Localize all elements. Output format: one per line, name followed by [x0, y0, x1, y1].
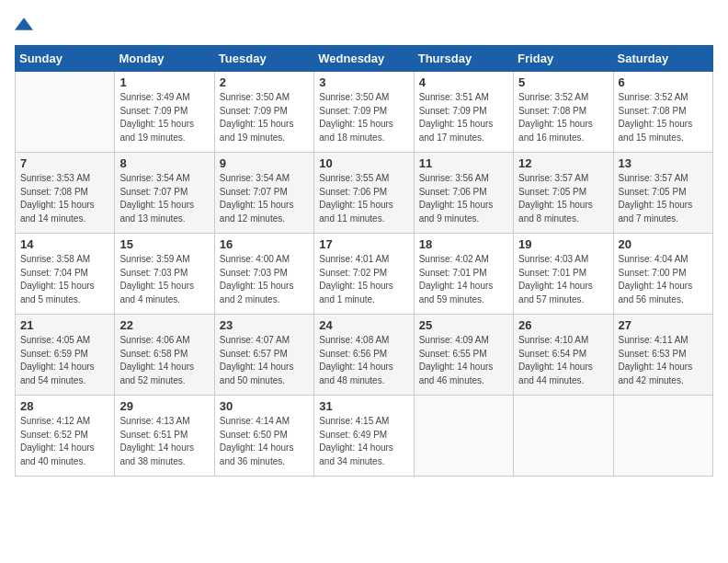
day-number: 27 — [619, 318, 708, 332]
day-info: Sunrise: 4:09 AMSunset: 6:55 PMDaylight:… — [419, 334, 508, 387]
weekday-header: Saturday — [613, 46, 712, 72]
day-number: 11 — [419, 156, 508, 170]
calendar-cell: 13Sunrise: 3:57 AMSunset: 7:05 PMDayligh… — [613, 153, 712, 234]
calendar-cell: 23Sunrise: 4:07 AMSunset: 6:57 PMDayligh… — [214, 315, 313, 396]
calendar-cell: 18Sunrise: 4:02 AMSunset: 7:01 PMDayligh… — [414, 234, 513, 315]
day-number: 26 — [518, 318, 608, 332]
day-info: Sunrise: 4:10 AMSunset: 6:54 PMDaylight:… — [518, 334, 608, 387]
day-info: Sunrise: 3:54 AMSunset: 7:07 PMDaylight:… — [220, 172, 309, 225]
calendar-table: SundayMondayTuesdayWednesdayThursdayFrid… — [15, 45, 713, 477]
calendar-cell: 8Sunrise: 3:54 AMSunset: 7:07 PMDaylight… — [115, 153, 214, 234]
day-info: Sunrise: 3:51 AMSunset: 7:09 PMDaylight:… — [419, 91, 508, 144]
page-header — [15, 15, 713, 38]
day-info: Sunrise: 3:59 AMSunset: 7:03 PMDaylight:… — [119, 253, 209, 306]
weekday-header: Tuesday — [214, 46, 313, 72]
day-info: Sunrise: 4:02 AMSunset: 7:01 PMDaylight:… — [419, 253, 508, 306]
day-info: Sunrise: 3:49 AMSunset: 7:09 PMDaylight:… — [119, 91, 209, 144]
day-info: Sunrise: 3:56 AMSunset: 7:06 PMDaylight:… — [419, 172, 508, 225]
calendar-cell: 27Sunrise: 4:11 AMSunset: 6:53 PMDayligh… — [613, 315, 712, 396]
calendar-cell: 15Sunrise: 3:59 AMSunset: 7:03 PMDayligh… — [115, 234, 214, 315]
day-number: 21 — [20, 318, 109, 332]
day-number: 9 — [220, 156, 309, 170]
day-number: 7 — [20, 156, 109, 170]
calendar-cell: 7Sunrise: 3:53 AMSunset: 7:08 PMDaylight… — [16, 153, 115, 234]
day-number: 14 — [20, 237, 109, 251]
day-info: Sunrise: 3:57 AMSunset: 7:05 PMDaylight:… — [619, 172, 708, 225]
day-number: 20 — [619, 237, 708, 251]
calendar-cell — [613, 396, 712, 477]
calendar-cell — [514, 396, 613, 477]
calendar-week-row: 7Sunrise: 3:53 AMSunset: 7:08 PMDaylight… — [16, 153, 713, 234]
day-number: 13 — [619, 156, 708, 170]
day-number: 31 — [319, 399, 408, 413]
calendar-cell: 21Sunrise: 4:05 AMSunset: 6:59 PMDayligh… — [16, 315, 115, 396]
day-info: Sunrise: 4:14 AMSunset: 6:50 PMDaylight:… — [220, 415, 309, 468]
day-number: 22 — [119, 318, 209, 332]
calendar-cell: 4Sunrise: 3:51 AMSunset: 7:09 PMDaylight… — [414, 72, 513, 153]
day-number: 30 — [220, 399, 309, 413]
calendar-cell: 10Sunrise: 3:55 AMSunset: 7:06 PMDayligh… — [314, 153, 414, 234]
day-number: 29 — [119, 399, 209, 413]
day-number: 19 — [518, 237, 608, 251]
weekday-header: Sunday — [16, 46, 115, 72]
day-number: 1 — [119, 75, 209, 89]
day-number: 15 — [119, 237, 209, 251]
day-info: Sunrise: 3:52 AMSunset: 7:08 PMDaylight:… — [619, 91, 708, 144]
weekday-header: Monday — [115, 46, 214, 72]
day-number: 2 — [220, 75, 309, 89]
weekday-header: Thursday — [414, 46, 513, 72]
calendar-body: 1Sunrise: 3:49 AMSunset: 7:09 PMDaylight… — [16, 72, 713, 477]
day-number: 23 — [220, 318, 309, 332]
calendar-week-row: 21Sunrise: 4:05 AMSunset: 6:59 PMDayligh… — [16, 315, 713, 396]
day-info: Sunrise: 4:13 AMSunset: 6:51 PMDaylight:… — [119, 415, 209, 468]
weekday-header: Wednesday — [314, 46, 414, 72]
day-info: Sunrise: 4:01 AMSunset: 7:02 PMDaylight:… — [319, 253, 408, 306]
calendar-cell: 22Sunrise: 4:06 AMSunset: 6:58 PMDayligh… — [115, 315, 214, 396]
calendar-cell: 14Sunrise: 3:58 AMSunset: 7:04 PMDayligh… — [16, 234, 115, 315]
day-info: Sunrise: 3:54 AMSunset: 7:07 PMDaylight:… — [119, 172, 209, 225]
day-info: Sunrise: 4:03 AMSunset: 7:01 PMDaylight:… — [518, 253, 608, 306]
calendar-cell: 24Sunrise: 4:08 AMSunset: 6:56 PMDayligh… — [314, 315, 414, 396]
calendar-cell: 11Sunrise: 3:56 AMSunset: 7:06 PMDayligh… — [414, 153, 513, 234]
day-info: Sunrise: 4:11 AMSunset: 6:53 PMDaylight:… — [619, 334, 708, 387]
day-info: Sunrise: 3:50 AMSunset: 7:09 PMDaylight:… — [220, 91, 309, 144]
day-info: Sunrise: 4:04 AMSunset: 7:00 PMDaylight:… — [619, 253, 708, 306]
day-number: 4 — [419, 75, 508, 89]
day-number: 5 — [518, 75, 608, 89]
day-number: 3 — [319, 75, 408, 89]
day-number: 28 — [20, 399, 109, 413]
logo-text — [15, 15, 33, 38]
calendar-cell: 6Sunrise: 3:52 AMSunset: 7:08 PMDaylight… — [613, 72, 712, 153]
day-number: 18 — [419, 237, 508, 251]
day-info: Sunrise: 3:53 AMSunset: 7:08 PMDaylight:… — [20, 172, 109, 225]
calendar-cell — [414, 396, 513, 477]
day-info: Sunrise: 3:55 AMSunset: 7:06 PMDaylight:… — [319, 172, 408, 225]
calendar-week-row: 1Sunrise: 3:49 AMSunset: 7:09 PMDaylight… — [16, 72, 713, 153]
calendar-cell: 30Sunrise: 4:14 AMSunset: 6:50 PMDayligh… — [214, 396, 313, 477]
calendar-cell: 12Sunrise: 3:57 AMSunset: 7:05 PMDayligh… — [514, 153, 613, 234]
calendar-cell: 3Sunrise: 3:50 AMSunset: 7:09 PMDaylight… — [314, 72, 414, 153]
calendar-cell: 16Sunrise: 4:00 AMSunset: 7:03 PMDayligh… — [214, 234, 313, 315]
day-info: Sunrise: 3:50 AMSunset: 7:09 PMDaylight:… — [319, 91, 408, 144]
calendar-header-row: SundayMondayTuesdayWednesdayThursdayFrid… — [16, 46, 713, 72]
calendar-cell: 17Sunrise: 4:01 AMSunset: 7:02 PMDayligh… — [314, 234, 414, 315]
calendar-week-row: 14Sunrise: 3:58 AMSunset: 7:04 PMDayligh… — [16, 234, 713, 315]
day-info: Sunrise: 3:52 AMSunset: 7:08 PMDaylight:… — [518, 91, 608, 144]
calendar-cell: 31Sunrise: 4:15 AMSunset: 6:49 PMDayligh… — [314, 396, 414, 477]
logo-icon — [15, 15, 33, 33]
calendar-cell: 5Sunrise: 3:52 AMSunset: 7:08 PMDaylight… — [514, 72, 613, 153]
svg-marker-0 — [15, 17, 33, 29]
day-info: Sunrise: 3:58 AMSunset: 7:04 PMDaylight:… — [20, 253, 109, 306]
day-info: Sunrise: 4:08 AMSunset: 6:56 PMDaylight:… — [319, 334, 408, 387]
day-info: Sunrise: 4:05 AMSunset: 6:59 PMDaylight:… — [20, 334, 109, 387]
calendar-cell: 20Sunrise: 4:04 AMSunset: 7:00 PMDayligh… — [613, 234, 712, 315]
day-number: 17 — [319, 237, 408, 251]
day-number: 6 — [619, 75, 708, 89]
day-info: Sunrise: 3:57 AMSunset: 7:05 PMDaylight:… — [518, 172, 608, 225]
calendar-cell: 29Sunrise: 4:13 AMSunset: 6:51 PMDayligh… — [115, 396, 214, 477]
calendar-cell — [16, 72, 115, 153]
day-number: 8 — [119, 156, 209, 170]
day-number: 16 — [220, 237, 309, 251]
day-number: 24 — [319, 318, 408, 332]
calendar-cell: 19Sunrise: 4:03 AMSunset: 7:01 PMDayligh… — [514, 234, 613, 315]
